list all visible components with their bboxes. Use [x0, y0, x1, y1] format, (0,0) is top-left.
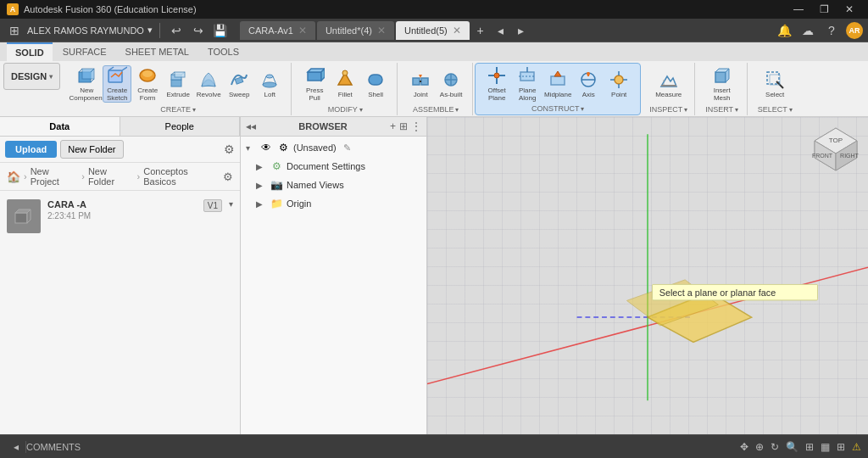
inspect-group-label[interactable]: INSPECT ▾: [649, 105, 687, 114]
file-version[interactable]: V1: [203, 199, 222, 212]
breadcrumb-new-folder[interactable]: New Folder: [88, 166, 134, 187]
tab-close-untitled4[interactable]: ✕: [377, 25, 386, 36]
browser-panel-more[interactable]: ⋮: [411, 120, 421, 132]
tab-data[interactable]: Data: [0, 117, 120, 136]
browser-action-add[interactable]: +: [390, 120, 396, 132]
user-section[interactable]: ALEX RAMOS RAYMUNDO ▾: [27, 25, 153, 36]
modify-group-label[interactable]: MODIFY ▾: [328, 105, 363, 114]
browser-row-origin[interactable]: ▶ 📁 Origin: [241, 194, 426, 213]
minimize-button[interactable]: —: [787, 0, 810, 19]
new-component-button[interactable]: New Component: [72, 65, 101, 103]
insert-group-label[interactable]: INSERT ▾: [705, 105, 738, 114]
tab-add-button[interactable]: +: [471, 21, 490, 40]
modify-btn1[interactable]: Press Pull: [300, 65, 329, 103]
revolve-button[interactable]: Revolve: [194, 65, 223, 103]
file-version-arrow[interactable]: ▾: [229, 199, 233, 209]
sweep-button[interactable]: Sweep: [225, 65, 253, 103]
browser-row-named-views[interactable]: ▶ 📷 Named Views: [241, 176, 426, 194]
browser-panel-toggle[interactable]: ⊞: [399, 120, 408, 132]
viewport-controls-pan[interactable]: ⊕: [755, 441, 764, 453]
svg-rect-15: [235, 76, 243, 83]
tab-close-untitled5[interactable]: ✕: [453, 25, 461, 36]
construct-group-label[interactable]: CONSTRUCT ▾: [531, 104, 585, 113]
breadcrumb-new-project[interactable]: New Project: [31, 166, 79, 187]
user-dropdown-arrow[interactable]: ▾: [147, 25, 153, 36]
toolbar: ⊞ ALEX RAMOS RAYMUNDO ▾ ↩ ↪ 💾 CARA-Av1 ✕…: [0, 19, 868, 42]
construct-btn4[interactable]: Axis: [574, 65, 603, 103]
construct-btn5[interactable]: Point: [604, 65, 633, 103]
inspect-btn1[interactable]: Measure: [654, 65, 683, 103]
assemble-btn1[interactable]: Joint: [406, 65, 435, 103]
ribbon-tabs: SOLID SURFACE SHEET METAL TOOLS: [0, 42, 868, 61]
breadcrumb-current[interactable]: Conceptos Basicos: [143, 166, 220, 187]
browser-row-doc-settings[interactable]: ▶ ⚙ Document Settings: [241, 157, 426, 176]
create-group-label[interactable]: CREATE ▾: [160, 105, 196, 114]
grid-icon[interactable]: ⊞: [5, 21, 24, 40]
assemble-group-label[interactable]: ASSEMBLE ▾: [413, 105, 459, 114]
panel-left-toggle[interactable]: ◂: [14, 441, 19, 453]
construct-btn2[interactable]: Plane Along: [513, 65, 542, 103]
extrude-button[interactable]: Extrude: [164, 65, 192, 103]
cloud-icon[interactable]: ☁: [798, 21, 817, 40]
breadcrumb-sep3: ›: [137, 171, 141, 182]
tabs-area: CARA-Av1 ✕ Untitled*(4) ✕ Untitled(5) ✕ …: [240, 21, 771, 40]
svg-point-16: [263, 82, 276, 87]
create-form-button[interactable]: Create Form: [133, 65, 162, 103]
design-button[interactable]: DESIGN ▾: [3, 63, 60, 90]
select-btn1[interactable]: Select: [760, 65, 789, 103]
insert-btn1[interactable]: Insert Mesh: [708, 65, 737, 103]
tab-nav-next[interactable]: ▸: [512, 21, 531, 40]
tab-untitled5[interactable]: Untitled(5) ✕: [396, 21, 470, 40]
home-icon[interactable]: 🏠: [7, 170, 20, 183]
user-avatar[interactable]: AR: [846, 22, 863, 39]
comments-label[interactable]: COMMENTS: [26, 442, 81, 452]
maximize-button[interactable]: ❐: [812, 0, 836, 19]
tab-label-untitled4: Untitled*(4): [326, 25, 372, 36]
browser-row-root[interactable]: ▾ 👁 ⚙ (Unsaved) ✎: [241, 138, 426, 157]
panel-settings-icon[interactable]: ⚙: [224, 142, 235, 156]
tab-cara-av1[interactable]: CARA-Av1 ✕: [240, 21, 315, 40]
panel-collapse-icon[interactable]: ◂◂: [246, 120, 256, 132]
ribbon-tab-tools[interactable]: TOOLS: [199, 42, 248, 61]
construct-btn3[interactable]: Midplane: [543, 65, 572, 103]
breadcrumb-sep2: ›: [81, 171, 85, 182]
viewport[interactable]: Select a plane or planar face TOP FRONT …: [427, 117, 868, 434]
redo-button[interactable]: ↪: [189, 21, 208, 40]
undo-button[interactable]: ↩: [167, 21, 186, 40]
modify-btn2[interactable]: Fillet: [331, 65, 359, 103]
folder-settings-icon[interactable]: ⚙: [223, 170, 233, 183]
notifications-icon[interactable]: 🔔: [775, 21, 793, 40]
construct-btn1[interactable]: Offset Plane: [482, 65, 511, 103]
svg-point-17: [266, 75, 273, 78]
svg-line-4: [91, 79, 94, 82]
tab-nav-prev[interactable]: ◂: [492, 21, 510, 40]
upload-button[interactable]: Upload: [5, 141, 57, 158]
tab-close-cara[interactable]: ✕: [298, 25, 307, 36]
create-sketch-button[interactable]: Create Sketch: [103, 65, 131, 103]
save-button[interactable]: 💾: [211, 21, 230, 40]
loft-button[interactable]: Loft: [255, 65, 284, 103]
viewport-controls-orbit[interactable]: ↻: [771, 441, 779, 453]
viewport-controls-move[interactable]: ✥: [740, 441, 748, 453]
svg-line-2: [79, 69, 82, 72]
new-folder-button[interactable]: New Folder: [60, 140, 123, 159]
modify-btn3[interactable]: Shell: [361, 65, 390, 103]
file-item-cara[interactable]: CARA -A 2:23:41 PM V1 ▾: [3, 194, 236, 238]
help-icon[interactable]: ?: [822, 21, 841, 40]
close-button[interactable]: ✕: [837, 0, 861, 19]
ribbon-tab-solid[interactable]: SOLID: [7, 42, 53, 61]
ribbon-tab-sheetmetal[interactable]: SHEET METAL: [117, 42, 198, 61]
tab-untitled4[interactable]: Untitled*(4) ✕: [317, 21, 394, 40]
tab-people[interactable]: People: [120, 117, 241, 136]
viewport-controls-grid[interactable]: ⊞: [837, 441, 845, 453]
inspect-group: Measure INSPECT ▾: [643, 63, 695, 115]
file-name: CARA -A: [47, 199, 197, 209]
ribbon-tab-surface[interactable]: SURFACE: [54, 42, 115, 61]
view-cube[interactable]: TOP FRONT RIGHT: [810, 124, 861, 175]
viewport-controls-window[interactable]: ⊞: [805, 441, 814, 453]
select-group-label[interactable]: SELECT ▾: [758, 105, 793, 114]
warning-icon[interactable]: ⚠: [852, 441, 861, 453]
viewport-controls-display[interactable]: ▦: [821, 441, 830, 453]
assemble-btn2[interactable]: As-built: [437, 65, 465, 103]
viewport-controls-zoom[interactable]: 🔍: [786, 441, 798, 453]
